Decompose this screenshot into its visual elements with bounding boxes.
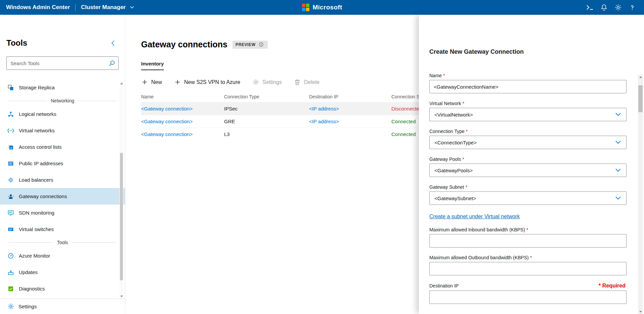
sidebar-item-label: Virtual networks xyxy=(19,128,54,133)
destination-ip-link[interactable]: <IP address> xyxy=(309,106,391,111)
gateway-pools-select[interactable]: <GatewayPools> xyxy=(429,164,627,177)
scroll-up-arrow[interactable] xyxy=(638,75,643,79)
maximum-allowed-outbound-bandwidth-kbps-input[interactable] xyxy=(429,262,627,275)
scroll-up-arrow[interactable] xyxy=(120,81,123,86)
sidebar-item-storage-replica[interactable]: Storage Replica xyxy=(0,79,125,96)
new-button[interactable]: New xyxy=(141,79,162,85)
create-subnet-link[interactable]: Create a subnet under Virtual network xyxy=(429,214,520,220)
sidebar-item-sdn-monitoring[interactable]: SDN monitoring xyxy=(0,205,125,221)
sidebar-item-access-control-lists[interactable]: Access control lists xyxy=(0,139,125,155)
notifications-bell-icon[interactable] xyxy=(597,0,611,15)
field-label: Destination IP* Required xyxy=(429,283,626,289)
new-s2s-vpn-to-azure-button[interactable]: New S2S VPN to Azure xyxy=(174,79,240,85)
page-title: Gateway connections xyxy=(141,40,227,49)
updates-icon xyxy=(7,269,14,275)
delete-button[interactable]: Delete xyxy=(294,79,319,85)
sidebar-group-networking: Networking xyxy=(0,96,125,106)
column-header-connection-type: Connection Type xyxy=(224,94,309,99)
sidebar-item-virtual-networks[interactable]: Virtual networks xyxy=(0,122,125,139)
scrollbar-track[interactable] xyxy=(120,86,123,294)
sidebar-item-load-balancers[interactable]: Load balancers xyxy=(0,172,125,188)
trash-icon xyxy=(294,79,301,85)
gear-icon xyxy=(7,303,14,310)
create-gateway-panel: Create New Gateway Connection Name*Virtu… xyxy=(419,15,644,314)
sidebar-item-public-ip-addresses[interactable]: Public IP addresses xyxy=(0,155,125,172)
panel-title: Create New Gateway Connection xyxy=(429,48,626,55)
create-gateway-form: Name*Virtual Network*<VirtualNetwork>Con… xyxy=(429,73,626,304)
maximum-allowed-inbound-bandwidth-kbps-input[interactable] xyxy=(429,234,627,248)
required-asterisk: * xyxy=(466,129,468,134)
gateway-connection-link[interactable]: <Gateway connection> xyxy=(141,119,224,124)
panel-scrollbar[interactable] xyxy=(638,75,643,314)
scrollbar-thumb[interactable] xyxy=(120,153,123,280)
info-icon[interactable] xyxy=(258,42,265,47)
scrollbar-track[interactable] xyxy=(638,79,643,309)
virtual-network-select[interactable]: <VirtualNetwork> xyxy=(429,108,627,121)
group-label: Tools xyxy=(57,240,68,245)
load-balancers-icon xyxy=(7,177,14,183)
scroll-down-arrow[interactable] xyxy=(638,309,643,314)
gateway-connection-link[interactable]: <Gateway connection> xyxy=(141,131,224,137)
scrollbar-thumb[interactable] xyxy=(638,85,643,112)
field-label: Gateway Pools* xyxy=(429,156,626,162)
gateway-subnet-select[interactable]: <GatewaySubnet> xyxy=(429,191,627,205)
sidebar-settings[interactable]: Settings xyxy=(0,299,125,314)
powershell-icon[interactable] xyxy=(583,0,597,15)
gateway-connections-icon xyxy=(7,193,14,199)
sidebar-item-azure-monitor[interactable]: Azure Monitor xyxy=(0,248,125,264)
solution-dropdown[interactable]: Cluster Manager xyxy=(81,4,135,11)
scroll-down-arrow[interactable] xyxy=(120,294,123,299)
form-field-maximum-allowed-inbound-bandwidth-kbps: Maximum allowed Inbound bandwidth (KBPS)… xyxy=(429,227,626,248)
help-icon[interactable] xyxy=(625,0,639,15)
field-label: Gateway Subnet* xyxy=(429,184,626,190)
destination-ip-link[interactable]: <IP address> xyxy=(309,119,391,124)
required-asterisk: * xyxy=(463,101,464,106)
sidebar-group-tools: Tools xyxy=(0,237,125,248)
chevron-down-icon xyxy=(615,169,621,172)
form-field-maximum-allowed-outbound-bandwidth-kbps: Maximum allowed Outbound bandwidth (KBPS… xyxy=(429,255,626,275)
name-input[interactable] xyxy=(429,80,627,93)
chevron-down-icon xyxy=(615,196,621,200)
tools-list: Storage ReplicaNetworkingLogical network… xyxy=(0,79,125,297)
field-label: Maximum allowed Inbound bandwidth (KBPS)… xyxy=(429,227,626,232)
group-label: Networking xyxy=(51,98,74,103)
field-label: Name* xyxy=(429,73,626,78)
tab-inventory[interactable]: Inventory xyxy=(141,61,164,70)
button-label: Delete xyxy=(304,79,319,85)
chevron-down-icon xyxy=(129,6,135,9)
public-ip-addresses-icon xyxy=(7,161,14,167)
form-field-name: Name* xyxy=(429,73,626,93)
required-asterisk: * xyxy=(530,255,532,260)
connection-type-cell: GRE xyxy=(224,119,309,124)
field-label: Virtual Network* xyxy=(429,101,626,106)
required-asterisk: * xyxy=(526,227,528,232)
sidebar-item-virtual-switches[interactable]: Virtual switches xyxy=(0,221,125,237)
destination-ip-input[interactable] xyxy=(429,290,627,304)
sidebar-scrollbar[interactable] xyxy=(120,81,123,299)
sidebar-item-diagnostics[interactable]: Diagnostics xyxy=(0,280,125,297)
gateway-connection-link[interactable]: <Gateway connection> xyxy=(141,106,224,111)
sidebar-item-updates[interactable]: Updates xyxy=(0,264,125,280)
settings-gear-icon[interactable] xyxy=(611,0,625,15)
solution-title: Cluster Manager xyxy=(81,4,126,11)
azure-monitor-icon xyxy=(7,253,14,259)
gear-icon xyxy=(252,79,259,85)
sidebar-item-label: SDN monitoring xyxy=(19,210,54,216)
sidebar-item-gateway-connections[interactable]: Gateway connections xyxy=(0,188,125,205)
search-tools-input[interactable] xyxy=(7,57,118,70)
form-field-destination-ip: Destination IP* Required xyxy=(429,283,626,304)
field-label: Maximum allowed Outbound bandwidth (KBPS… xyxy=(429,255,626,260)
sidebar-item-logical-networks[interactable]: Logical networks xyxy=(0,106,125,122)
app-title[interactable]: Windows Admin Center xyxy=(6,4,70,11)
collapse-sidebar-button[interactable] xyxy=(110,40,116,46)
tools-sidebar: Tools Storage ReplicaNetworkingLogical n… xyxy=(0,15,125,314)
sidebar-item-label: Virtual switches xyxy=(19,226,54,232)
connection-type-cell: L3 xyxy=(224,131,309,137)
chevron-down-icon xyxy=(615,113,621,116)
field-label: Connection Type* xyxy=(429,129,626,134)
settings-button[interactable]: Settings xyxy=(252,79,282,85)
required-asterisk: * xyxy=(443,73,445,78)
sidebar-item-label: Gateway connections xyxy=(19,193,67,199)
required-note: * Required xyxy=(599,283,626,289)
connection-type-select[interactable]: <ConnectionType> xyxy=(429,136,627,149)
